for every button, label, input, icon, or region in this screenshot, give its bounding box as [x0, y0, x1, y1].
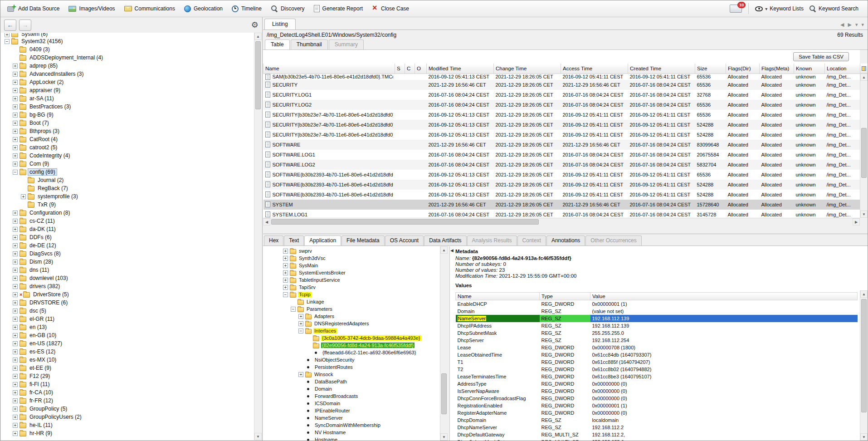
registry-value-row[interactable]: EnableDHCPREG_DWORD0x00000001 (1) [456, 300, 858, 308]
registry-value-row[interactable]: DhcpIPAddressREG_SZ192.168.112.139 [456, 322, 858, 329]
value-name-cell[interactable]: DhcpSubnetMask [456, 329, 540, 337]
expand-toggle-icon[interactable]: + [13, 300, 18, 305]
table-cell[interactable]: 20675584 [695, 150, 726, 160]
file-name-cell[interactable]: SECURITY.LOG1 [263, 90, 395, 100]
registry-tree-item-winsock[interactable]: +Winsock [263, 371, 440, 378]
tree-item-system-6[interactable]: +System (6) [1, 33, 254, 37]
column-header-o[interactable]: O [415, 64, 427, 74]
table-cell[interactable]: unknown [794, 74, 825, 80]
tree-item-driverstore-5[interactable]: +×DriverStore (5) [1, 290, 254, 299]
values-vertical-scrollbar[interactable]: ▲ ▼ [860, 290, 868, 441]
expand-toggle-icon[interactable]: + [13, 390, 18, 395]
table-cell[interactable]: 2016-07-16 08:04:24 CEST [628, 210, 695, 218]
scrollbar-thumb[interactable] [271, 219, 539, 225]
table-cell[interactable] [405, 200, 415, 210]
forward-button[interactable]: → [19, 20, 31, 31]
view-tab-table[interactable]: Table [265, 39, 290, 49]
expand-toggle-icon[interactable]: + [13, 153, 18, 158]
table-cell[interactable]: unknown [794, 200, 825, 210]
registry-tree-item-tapisrv[interactable]: +TapiSrv [263, 284, 440, 291]
expand-toggle-icon[interactable]: + [283, 263, 288, 268]
table-cell[interactable] [415, 90, 427, 100]
tree-item-dns-11[interactable]: +dns (11) [1, 266, 254, 274]
registry-tree-item-nsiobjectsecurity[interactable]: NsiObjectSecurity [263, 356, 440, 363]
table-cell[interactable]: 2021-12-29 18:26:05 CET [494, 170, 561, 180]
expand-toggle-icon[interactable]: + [283, 285, 288, 290]
tree-item-bthprops-3[interactable]: +Bthprops (3) [1, 127, 254, 135]
toolbar-button-geolocation[interactable]: Geolocation [180, 3, 227, 15]
expand-toggle-icon[interactable]: + [13, 407, 18, 412]
tree-item-fr-ca-10[interactable]: +fr-CA (10) [1, 388, 254, 397]
table-cell[interactable]: 2016-09-12 05:41:11 CEST [561, 190, 628, 200]
table-cell[interactable]: Allocated [726, 180, 760, 190]
column-header-change-time[interactable]: Change Time [494, 64, 561, 74]
table-cell[interactable]: /img_Det... [825, 160, 860, 170]
table-cell[interactable]: Allocated [726, 120, 760, 130]
table-row[interactable]: SECURITY.LOG22016-07-16 08:04:24 CEST202… [263, 100, 860, 110]
table-cell[interactable]: Allocated [760, 130, 794, 140]
table-cell[interactable] [405, 74, 415, 80]
table-cell[interactable] [405, 170, 415, 180]
tree-item-es-mx-10[interactable]: +es-MX (10) [1, 356, 254, 364]
table-cell[interactable]: 2016-07-16 08:04:24 CEST [427, 160, 494, 170]
table-cell[interactable] [405, 130, 415, 140]
table-cell[interactable] [395, 80, 405, 90]
tree-item-fi-fi-11[interactable]: +fi-FI (11) [1, 380, 254, 388]
table-cell[interactable]: Allocated [760, 90, 794, 100]
table-cell[interactable] [415, 200, 427, 210]
table-cell[interactable]: /img_Det... [825, 100, 860, 110]
expand-toggle-icon[interactable]: + [13, 374, 18, 379]
value-type-cell[interactable]: REG_DWORD [540, 387, 590, 395]
table-cell[interactable]: Allocated [760, 210, 794, 218]
expand-toggle-icon[interactable]: + [13, 341, 18, 346]
scroll-left-icon[interactable]: ◀ [263, 218, 270, 225]
registry-tree-item-parameters[interactable]: −Parameters [263, 305, 440, 313]
scroll-up-icon[interactable]: ▲ [860, 290, 868, 298]
expand-toggle-icon[interactable]: − [13, 170, 18, 175]
table-cell[interactable]: 2021-12-29 18:26:05 CET [494, 110, 561, 120]
value-name-cell[interactable]: DhcpServer [456, 337, 540, 344]
file-name-cell[interactable]: SECURITY [263, 80, 395, 90]
table-cell[interactable] [415, 150, 427, 160]
expand-toggle-icon[interactable]: + [13, 129, 18, 134]
tree-item-drvstore-6[interactable]: +DRVSTORE (6) [1, 299, 254, 307]
values-column-header-type[interactable]: Type [540, 293, 590, 300]
value-data-cell[interactable]: 0x00000001 (1) [590, 402, 858, 409]
registry-value-row[interactable]: DomainREG_SZ(value not set) [456, 308, 858, 315]
table-cell[interactable]: 2016-09-12 05:41:11 CEST [628, 120, 695, 130]
table-cell[interactable]: 2016-09-12 05:41:11 CEST [561, 130, 628, 140]
table-cell[interactable]: Allocated [760, 100, 794, 110]
value-type-cell[interactable]: REG_MULTI_SZ [540, 431, 590, 438]
table-cell[interactable] [415, 140, 427, 150]
value-type-cell[interactable]: REG_SZ [540, 337, 590, 344]
table-cell[interactable]: unknown [794, 180, 825, 190]
table-cell[interactable]: 2021-12-29 16:56:46 CET [427, 140, 494, 150]
table-cell[interactable] [395, 110, 405, 120]
value-data-cell[interactable]: localdomain [590, 416, 858, 424]
value-type-cell[interactable]: REG_DWORD [540, 366, 590, 373]
scrollbar-thumb[interactable] [861, 299, 867, 412]
value-data-cell[interactable]: 192.168.112.2, [590, 431, 858, 438]
column-header-access-time[interactable]: Access Time [561, 64, 628, 74]
tree-item-config-69[interactable]: −config (69) [1, 168, 254, 176]
registry-value-row[interactable]: DhcpServerREG_SZ192.168.112.254 [456, 337, 858, 344]
table-cell[interactable] [405, 80, 415, 90]
content-tab-context[interactable]: Context [517, 235, 546, 245]
scroll-down-icon[interactable]: ▼ [254, 433, 262, 440]
table-cell[interactable]: 2016-07-16 08:04:24 CEST [628, 80, 695, 90]
table-cell[interactable]: unknown [794, 110, 825, 120]
table-cell[interactable]: unknown [794, 190, 825, 200]
value-name-cell[interactable]: IsServerNapAware [456, 387, 540, 395]
table-cell[interactable]: 2021-12-29 16:56:46 CET [561, 140, 628, 150]
tree-item-drivers-382[interactable]: +drivers (382) [1, 282, 254, 290]
registry-tree-item-82e90056-fd8d-4a24-913a-fc46f535fddf[interactable]: {82e90056-fd8d-4a24-913a-fc46f535fddf} [263, 342, 440, 349]
gear-icon[interactable]: ⚙ [251, 21, 258, 29]
table-cell[interactable] [395, 150, 405, 160]
table-cell[interactable]: 2016-07-16 08:04:24 CEST [628, 100, 695, 110]
table-cell[interactable] [405, 150, 415, 160]
table-cell[interactable] [395, 170, 405, 180]
table-cell[interactable]: 5832704 [695, 160, 726, 170]
value-data-cell[interactable]: 0x61cc885f (1640794207) [590, 358, 858, 366]
table-cell[interactable] [395, 140, 405, 150]
scroll-up-icon[interactable]: ▲ [860, 74, 868, 81]
